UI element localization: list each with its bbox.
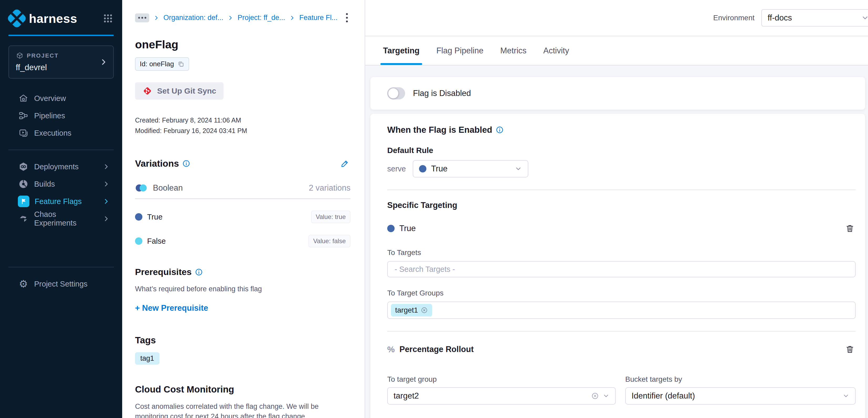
chevron-right-icon [103, 163, 110, 170]
sidebar-item-chaos-experiments[interactable]: Chaos Experiments [0, 210, 122, 228]
home-icon [18, 93, 29, 104]
environment-select[interactable]: ff-docs [761, 9, 868, 27]
tab-flag-pipeline[interactable]: Flag Pipeline [436, 36, 484, 65]
sidebar-item-builds[interactable]: Builds [0, 175, 122, 193]
enabled-heading: When the Flag is Enabled [387, 125, 492, 135]
prerequisites-description: What’s required before enabling this fla… [135, 284, 350, 294]
divider [135, 199, 350, 199]
info-icon[interactable] [195, 268, 203, 276]
chevron-right-icon [99, 58, 107, 66]
serve-label: serve [387, 165, 406, 173]
new-prerequisite-button[interactable]: + New Prerequisite [135, 303, 208, 313]
sidebar-item-label: Project Settings [34, 280, 88, 289]
harness-logo-icon [6, 8, 27, 29]
variation-true-dot [387, 225, 395, 232]
flag-enabled-toggle[interactable] [387, 87, 405, 99]
setup-git-sync-button[interactable]: Set Up Git Sync [135, 82, 223, 100]
divider [387, 331, 856, 331]
sidebar-item-label: Overview [34, 94, 66, 103]
search-targets-input[interactable] [387, 261, 856, 277]
variation-row-false: False Value: false [135, 235, 350, 247]
flag-state-label: Flag is Disabled [413, 89, 471, 98]
sidebar-item-deployments[interactable]: Deployments [0, 158, 122, 175]
rollout-target-group-select[interactable]: target2 [387, 387, 616, 405]
project-label: PROJECT [27, 52, 59, 59]
to-target-groups-label: To Target Groups [387, 289, 856, 297]
sidebar-item-pipelines[interactable]: Pipelines [0, 107, 122, 124]
created-timestamp: Created: February 8, 2024 11:06 AM [135, 115, 350, 125]
info-icon[interactable] [183, 160, 190, 167]
brand-row: harness [0, 0, 122, 26]
breadcrumb-feature-flags[interactable]: Feature Fl... [299, 14, 338, 22]
percentage-rollout-heading: Percentage Rollout [399, 345, 474, 354]
sidebar-item-feature-flags[interactable]: Feature Flags [0, 193, 122, 210]
tab-metrics[interactable]: Metrics [500, 36, 526, 65]
remove-chip-icon[interactable] [421, 306, 428, 314]
variation-type-label: Boolean [153, 183, 183, 193]
bucket-targets-value: Identifier (default) [631, 391, 695, 401]
target-group-chip: target1 [391, 304, 432, 317]
environment-label: Environment [713, 14, 754, 22]
targeting-content: Flag is Disabled When the Flag is Enable… [365, 65, 868, 418]
sidebar-item-label: Builds [34, 180, 55, 188]
variation-false-dot [135, 237, 143, 245]
tab-activity[interactable]: Activity [543, 36, 569, 65]
clear-selection-icon[interactable] [591, 392, 599, 400]
breadcrumb-organization[interactable]: Organization: def... [163, 14, 223, 22]
sidebar-item-overview[interactable]: Overview [0, 90, 122, 107]
sidebar-divider [8, 150, 114, 150]
flag-id-badge[interactable]: Id: oneFlag [135, 57, 189, 71]
sidebar-item-label: Pipelines [34, 112, 65, 120]
project-name: ff_devrel [16, 63, 106, 72]
targeting-rules-card: When the Flag is Enabled Default Rule se… [370, 114, 865, 418]
bucket-targets-label: Bucket targets by [625, 375, 856, 384]
rollout-target-group-value: target2 [394, 391, 419, 401]
tags-heading: Tags [135, 335, 156, 346]
chaos-experiments-icon [18, 213, 29, 224]
cloud-cost-description: Cost anomalies correlated with the flag … [135, 401, 350, 418]
flag-tabs: Targeting Flag Pipeline Metrics Activity [365, 36, 868, 65]
cube-icon [16, 52, 24, 60]
environment-header: Environment ff-docs [365, 0, 868, 36]
chevron-down-icon [842, 392, 849, 399]
copy-icon[interactable] [178, 61, 184, 67]
tab-targeting[interactable]: Targeting [383, 36, 420, 65]
target-group-chip-label: target1 [395, 306, 418, 315]
default-rule-serve-select[interactable]: True [413, 160, 528, 177]
deployments-icon [18, 161, 29, 172]
sidebar-item-executions[interactable]: Executions [0, 124, 122, 142]
prerequisites-heading: Prerequisites [135, 267, 191, 277]
target-groups-input[interactable]: target1 [387, 302, 856, 319]
cloud-cost-heading: Cloud Cost Monitoring [135, 384, 234, 395]
variation-count: 2 variations [309, 183, 350, 193]
flag-detail-panel: Organization: def... Project: ff_de... F… [122, 0, 365, 418]
specific-variation-name: True [399, 224, 416, 233]
variation-row-true: True Value: true [135, 211, 350, 223]
sidebar-item-project-settings[interactable]: ⚙ Project Settings [0, 275, 122, 293]
variation-name: False [147, 237, 166, 245]
variation-value-badge: Value: false [308, 235, 350, 247]
chevron-right-icon [103, 198, 110, 205]
bucket-targets-select[interactable]: Identifier (default) [625, 387, 856, 405]
rollout-target-group-label: To target group [387, 375, 616, 384]
boolean-type-icon [135, 183, 148, 193]
tag-chip[interactable]: tag1 [135, 352, 159, 365]
sidebar-item-label: Deployments [34, 162, 79, 171]
edit-variations-button[interactable] [339, 158, 350, 169]
info-icon[interactable] [496, 126, 503, 133]
more-options-icon[interactable] [343, 11, 350, 24]
variation-true-dot [135, 213, 143, 220]
percent-icon: % [387, 345, 395, 354]
delete-targeting-rule-button[interactable] [844, 223, 856, 234]
pipelines-icon [18, 110, 29, 121]
feature-flags-icon [18, 196, 29, 207]
breadcrumb-ellipsis-button[interactable] [135, 13, 149, 22]
divider [387, 189, 856, 190]
delete-rollout-button[interactable] [844, 344, 856, 355]
app-launcher-icon[interactable] [103, 13, 113, 24]
chevron-right-icon [289, 15, 295, 21]
page-title: oneFlag [135, 38, 350, 51]
flag-id-text: Id: oneFlag [140, 60, 174, 68]
breadcrumb-project[interactable]: Project: ff_de... [238, 14, 285, 22]
project-selector[interactable]: PROJECT ff_devrel [8, 46, 114, 79]
